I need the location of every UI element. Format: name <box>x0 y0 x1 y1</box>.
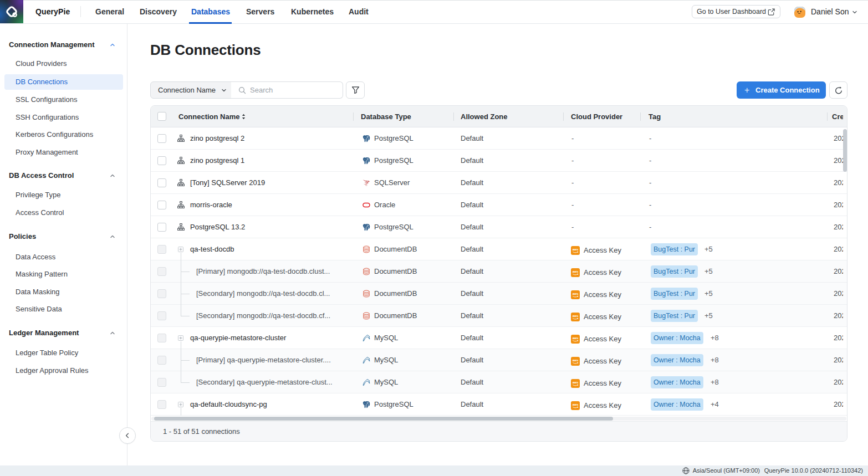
svg-text:aws: aws <box>573 248 579 251</box>
svg-text:aws: aws <box>573 403 579 406</box>
svg-text:aws: aws <box>573 359 579 362</box>
svg-text:aws: aws <box>573 336 579 340</box>
svg-text:aws: aws <box>573 314 579 318</box>
svg-text:aws: aws <box>573 270 579 273</box>
svg-text:aws: aws <box>573 381 579 384</box>
svg-text:aws: aws <box>573 292 579 295</box>
